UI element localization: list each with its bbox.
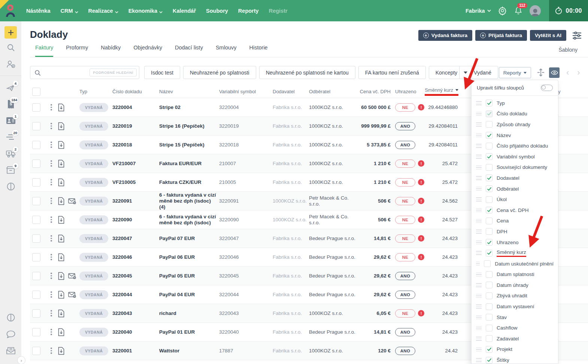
filter-chip[interactable]: Neuhrazené po splatnosti — [183, 66, 256, 79]
kebab-menu-icon[interactable] — [49, 309, 54, 318]
nav-item[interactable]: Kalendář — [173, 8, 196, 14]
row-name[interactable]: PayPal 06 EUR — [159, 248, 216, 266]
issued-invoice-button[interactable]: + Vydaná faktura — [418, 30, 472, 41]
row-name[interactable]: PayPal 01 EUR — [159, 323, 216, 341]
column-checkbox[interactable] — [484, 260, 491, 267]
ai-extract-button[interactable]: Vytěžit s AI — [530, 30, 566, 41]
drag-handle-icon[interactable] — [476, 294, 482, 298]
row-name[interactable]: Faktura CZK/EUR — [159, 173, 216, 191]
drag-handle-icon[interactable] — [476, 348, 482, 352]
add-button[interactable] — [4, 26, 17, 39]
row-name[interactable]: 6 - faktura vydaná v cizí měně bez dph (… — [159, 210, 216, 229]
nav-item[interactable]: Ekonomika — [128, 8, 163, 14]
drag-handle-icon[interactable] — [476, 166, 482, 170]
row-number[interactable]: 3220040 — [112, 323, 154, 341]
paid-status-pill[interactable]: NE — [395, 253, 415, 261]
advanced-search-button[interactable]: PODROBNÉ HLEDÁNÍ — [90, 69, 137, 76]
row-number[interactable]: 3220043 — [112, 304, 154, 322]
column-checkbox[interactable] — [486, 346, 492, 353]
row-name[interactable]: Faktura EUR/EUR — [159, 154, 216, 173]
header-rate[interactable]: Směnný kurz — [413, 85, 458, 98]
user-avatar[interactable] — [530, 5, 541, 16]
view-settings-sliders-icon[interactable] — [572, 31, 582, 42]
row-name[interactable]: Wattstor — [159, 342, 216, 360]
paid-status-pill[interactable]: NE — [395, 197, 415, 205]
row-checkbox[interactable] — [32, 103, 40, 112]
document-download-icon[interactable] — [58, 309, 65, 318]
row-number[interactable]: 3220044 — [112, 285, 154, 304]
row-number[interactable]: 3220004 — [112, 98, 154, 116]
drag-handle-icon[interactable] — [476, 176, 482, 180]
row-number[interactable]: 3220046 — [112, 248, 154, 266]
row-checkbox[interactable] — [32, 291, 40, 299]
column-checkbox[interactable] — [486, 110, 492, 117]
column-checkbox[interactable] — [486, 271, 492, 278]
row-checkbox[interactable] — [32, 328, 40, 336]
paid-status-pill[interactable]: ANO — [395, 272, 415, 280]
kebab-menu-icon[interactable] — [49, 271, 54, 280]
header-customer[interactable]: Odběratel — [309, 85, 358, 98]
time-tracker[interactable]: 00:00 — [549, 0, 588, 21]
kebab-menu-icon[interactable] — [49, 121, 54, 131]
kebab-menu-icon[interactable] — [49, 290, 54, 299]
row-number[interactable]: 3220047 — [112, 229, 154, 248]
document-download-icon[interactable] — [58, 197, 65, 205]
document-download-icon[interactable] — [58, 234, 65, 243]
row-name[interactable]: Stripe 16 (Pepíček) — [159, 117, 216, 135]
kebab-menu-icon[interactable] — [49, 252, 54, 262]
nav-item[interactable]: Reporty — [238, 8, 259, 14]
header-supplier[interactable]: Dodavatel — [273, 85, 307, 98]
row-name[interactable]: PayPal 04 EUR — [159, 285, 216, 304]
row-number[interactable]: 3220001 — [112, 342, 154, 360]
kebab-menu-icon[interactable] — [49, 159, 54, 168]
column-checkbox[interactable] — [486, 314, 492, 321]
sidebar-invoices-icon[interactable]: $ 184 — [0, 96, 21, 112]
column-width-icon[interactable] — [536, 68, 545, 78]
filter-chip[interactable]: Neuhrazené po splatnosti ne kartou — [259, 66, 355, 79]
filter-chip[interactable]: FA kartou není zrušená — [358, 66, 426, 79]
drag-handle-icon[interactable] — [476, 262, 480, 266]
kebab-menu-icon[interactable] — [49, 103, 54, 112]
kebab-menu-icon[interactable] — [49, 346, 54, 355]
document-download-icon[interactable] — [58, 291, 65, 299]
paid-status-pill[interactable]: NE — [395, 216, 415, 224]
kebab-menu-icon[interactable] — [49, 178, 54, 187]
nav-item[interactable]: Nástěnka — [26, 8, 50, 14]
column-checkbox[interactable] — [486, 292, 492, 299]
column-width-toggle[interactable] — [541, 85, 553, 91]
column-checkbox[interactable] — [486, 143, 492, 149]
row-name[interactable]: richard — [159, 304, 216, 322]
select-all-checkbox[interactable] — [32, 88, 40, 96]
tab[interactable]: Proformy — [66, 45, 88, 57]
document-download-icon[interactable] — [58, 178, 65, 186]
row-name[interactable]: Stripe 02 — [159, 98, 216, 116]
document-download-icon[interactable] — [58, 216, 65, 224]
paid-status-pill[interactable]: NE — [395, 234, 415, 243]
column-checkbox[interactable] — [486, 196, 492, 203]
drag-handle-icon[interactable] — [476, 122, 482, 127]
received-invoice-button[interactable]: + Přijatá faktura — [475, 30, 527, 41]
search-box[interactable]: PODROBNÉ HLEDÁNÍ — [30, 66, 139, 79]
sidebar-search-icon[interactable] — [0, 39, 21, 56]
row-number[interactable]: VF210005 — [112, 173, 154, 191]
sidebar-inbox-icon[interactable] — [0, 342, 21, 359]
paid-status-pill[interactable]: ANO — [395, 141, 415, 149]
header-number[interactable]: Číslo dokladu — [112, 85, 154, 98]
column-checkbox[interactable] — [486, 303, 492, 310]
page-next-chevron[interactable]: › — [577, 67, 580, 78]
tab[interactable]: Nabídky — [101, 45, 121, 57]
drag-handle-icon[interactable] — [476, 240, 482, 245]
nav-item[interactable]: Registr — [269, 8, 288, 14]
drag-handle-icon[interactable] — [476, 283, 482, 287]
paid-status-pill[interactable]: ANO — [395, 122, 415, 130]
drag-handle-icon[interactable] — [476, 304, 482, 309]
column-checkbox[interactable] — [486, 239, 492, 246]
templates-link[interactable]: Šablony — [558, 47, 578, 53]
row-number[interactable]: 3220090 — [112, 210, 154, 229]
drag-handle-icon[interactable] — [476, 155, 482, 159]
more-filters-dropdown[interactable] — [459, 66, 472, 79]
app-logo[interactable] — [0, 0, 21, 21]
sidebar-chat-icon[interactable] — [0, 326, 21, 342]
row-checkbox[interactable] — [32, 347, 40, 355]
column-checkbox[interactable] — [486, 325, 492, 331]
